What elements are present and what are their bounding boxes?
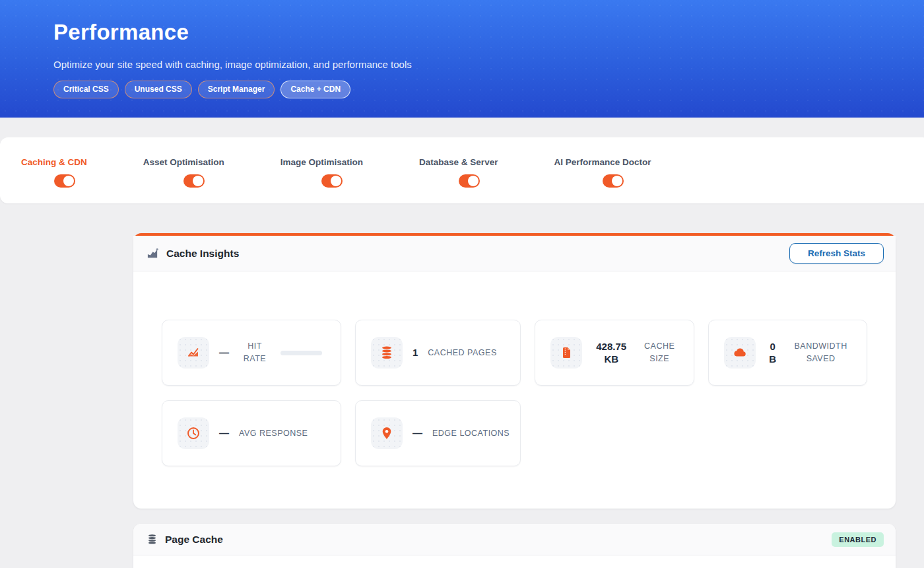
page-subtitle: Optimize your site speed with caching, i… [53,59,924,70]
refresh-stats-button[interactable]: Refresh Stats [789,243,884,264]
page-cache-title: Page Cache [165,534,223,546]
cloud-icon [724,337,756,369]
stat-card-hit-rate: — HIT RATE [162,320,341,386]
pill-critical-css[interactable]: Critical CSS [53,81,119,98]
stat-label: EDGE LOCATIONS [432,427,510,440]
pill-cache-cdn[interactable]: Cache + CDN [280,81,350,98]
module-ai-performance-doctor[interactable]: AI Performance Doctor [554,157,651,203]
stat-card-bandwidth-saved: 0 B BANDWIDTH SAVED [708,320,867,386]
cache-insights-stats-grid: — HIT RATE 1 CACHED PAGES 428.75 KB CACH… [133,271,896,509]
cache-insights-title: Cache Insights [166,248,239,260]
stat-card-avg-response: — AVG RESPONSE [162,400,341,466]
trend-chart-icon [178,337,209,369]
zip-file-icon [550,337,582,369]
toggle-knob [193,176,203,186]
main-content: Cache Insights Refresh Stats — HIT RATE … [133,233,896,568]
performance-header: Performance Optimize your site speed wit… [0,0,924,118]
stat-card-cache-size: 428.75 KB CACHE SIZE [535,320,694,386]
module-label: Database & Server [419,157,498,167]
stat-label: CACHED PAGES [428,347,496,359]
caching-cdn-toggle[interactable] [54,174,75,188]
toggle-knob [468,176,478,186]
ai-performance-doctor-toggle[interactable] [603,174,624,188]
stat-value: — [219,346,229,359]
cache-insights-header: Cache Insights Refresh Stats [133,236,896,271]
image-optimisation-toggle[interactable] [321,174,343,188]
header-quick-links: Critical CSS Unused CSS Script Manager C… [53,81,924,98]
module-label: Asset Optimisation [143,157,224,167]
map-pin-icon [371,417,403,449]
stat-card-cached-pages: 1 CACHED PAGES [355,320,521,386]
page-title: Performance [53,20,924,45]
module-label: Caching & CDN [21,157,87,167]
pill-script-manager[interactable]: Script Manager [198,81,275,98]
database-icon [147,534,158,545]
stat-label: HIT RATE [239,340,271,365]
module-asset-optimisation[interactable]: Asset Optimisation [143,157,224,203]
toggle-knob [331,176,341,186]
database-server-toggle[interactable] [459,174,480,188]
stat-label: AVG RESPONSE [239,427,308,440]
clock-icon [178,417,209,449]
module-toggle-bar: Caching & CDN Asset Optimisation Image O… [0,137,924,203]
database-icon [371,337,403,369]
stat-value: 428.75 KB [592,340,630,366]
pill-unused-css[interactable]: Unused CSS [125,81,192,98]
stat-card-edge-locations: — EDGE LOCATIONS [355,400,521,466]
stat-label: CACHE SIZE [640,340,678,365]
cache-insights-panel: Cache Insights Refresh Stats — HIT RATE … [133,233,896,509]
hit-rate-progress-bar [280,351,322,355]
stat-value: 0 B [766,340,780,366]
module-label: AI Performance Doctor [554,157,651,167]
toggle-knob [63,176,74,186]
status-badge: ENABLED [832,532,884,547]
stat-value: — [219,427,229,440]
module-image-optimisation[interactable]: Image Optimisation [280,157,363,203]
asset-optimisation-toggle[interactable] [183,174,205,188]
module-caching-cdn[interactable]: Caching & CDN [21,157,87,203]
page-cache-header: Page Cache ENABLED [133,524,896,555]
stat-value: 1 [412,346,418,359]
insights-chart-icon [147,247,159,260]
stat-value: — [412,427,422,440]
stat-label: BANDWIDTH SAVED [790,340,852,365]
page-cache-panel: Page Cache ENABLED [133,524,896,568]
module-database-server[interactable]: Database & Server [419,157,498,203]
module-label: Image Optimisation [280,157,363,167]
toggle-knob [612,176,622,186]
